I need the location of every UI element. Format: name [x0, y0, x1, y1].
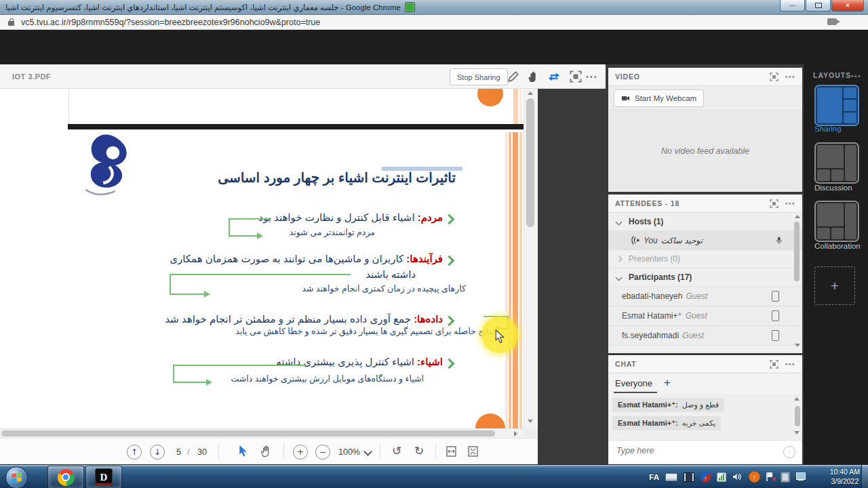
pod-fullscreen-icon[interactable] — [570, 70, 582, 83]
address-bar[interactable]: vc5.tvu.ac.ir/r9p8rnmn559q/?session=bree… — [0, 15, 868, 30]
layout-sharing-thumbnail[interactable] — [814, 85, 859, 126]
attendees-scrollbar[interactable] — [793, 215, 801, 350]
host-row[interactable]: You توحيد ساكت — [608, 231, 802, 250]
show-desktop-button[interactable] — [861, 465, 868, 488]
send-message-icon[interactable]: ↑ — [783, 446, 795, 458]
minimize-button[interactable]: — — [780, 0, 805, 12]
zoom-out-button[interactable]: − — [315, 445, 330, 460]
participants-group-row[interactable]: Participants (17) — [608, 268, 802, 287]
camera-permission-icon[interactable] — [827, 18, 837, 25]
participant-row[interactable]: fs.seyedahmadi Guest — [608, 326, 802, 346]
mobile-device-icon — [772, 310, 779, 321]
media-player-icon[interactable] — [684, 472, 694, 482]
zoom-menu-chevron-icon[interactable] — [363, 447, 372, 456]
scroll-down-icon[interactable] — [795, 344, 800, 347]
new-chat-tab-button[interactable]: + — [664, 376, 671, 390]
chevron-down-icon[interactable] — [616, 218, 623, 225]
hosts-group-row[interactable]: Hosts (1) — [608, 213, 802, 231]
taskbar-chrome-button[interactable] — [47, 466, 84, 488]
layout-collaboration-label[interactable]: Collaboration — [814, 242, 861, 250]
slide-stripe — [513, 89, 518, 124]
scroll-up-icon[interactable] — [795, 215, 800, 218]
active-tab-underline — [614, 392, 657, 393]
zoom-in-button[interactable]: + — [293, 445, 308, 460]
page-separator: / — [187, 447, 189, 457]
pod-fullscreen-icon[interactable] — [770, 73, 778, 81]
close-button[interactable]: ✕ — [831, 0, 864, 12]
update-icon[interactable]: ↑ — [749, 471, 760, 483]
maximize-button[interactable] — [806, 0, 831, 12]
participant-row[interactable]: ebadati-haneyeh Guest — [608, 287, 802, 306]
participant-row[interactable]: Esmat Hatami+⁺ Guest — [608, 306, 802, 326]
presenters-group-row[interactable]: Presenters (0) — [608, 250, 802, 268]
scroll-thumb[interactable] — [795, 406, 800, 426]
scroll-up-icon[interactable] — [528, 92, 533, 95]
chat-input[interactable] — [615, 445, 767, 456]
taskbar-dlink-button[interactable]: D — [85, 466, 122, 488]
sync-icon[interactable] — [548, 70, 560, 83]
draw-icon[interactable] — [507, 70, 519, 83]
start-webcam-button[interactable]: Start My Webcam — [614, 89, 704, 107]
scroll-up-icon[interactable] — [794, 397, 800, 401]
mouse-cursor-icon — [495, 329, 505, 344]
horizontal-scroll-thumb[interactable] — [1, 430, 495, 436]
pan-tool-icon[interactable] — [261, 445, 272, 458]
next-page-button[interactable]: ↓ — [150, 445, 165, 460]
rotate-left-button[interactable]: ↺ — [392, 444, 401, 458]
keyboard-icon[interactable] — [665, 473, 677, 481]
attendees-pod: ATTENDEES - 18 ••• Hosts (1) Yo — [608, 195, 802, 353]
add-layout-button[interactable]: + — [814, 266, 855, 305]
pointer-icon[interactable] — [528, 70, 540, 83]
chevron-right-icon[interactable] — [616, 256, 623, 262]
layouts-menu-icon[interactable]: ••• — [851, 73, 861, 80]
pod-menu-icon[interactable]: ••• — [586, 73, 598, 81]
volume-mixer-icon[interactable] — [717, 472, 726, 482]
language-indicator[interactable]: FA — [649, 473, 659, 481]
scroll-thumb[interactable] — [794, 222, 800, 281]
host-name: توحيد ساكت — [661, 236, 703, 245]
rotate-right-button[interactable]: ↻ — [414, 444, 424, 458]
select-tool-icon[interactable] — [239, 445, 248, 458]
pod-menu-icon[interactable]: ••• — [785, 200, 795, 207]
removable-device-icon[interactable] — [781, 472, 790, 483]
pdf-toolbar: ↑ ↓ 5 / 30 + − 100% ↺ ↻ — [0, 438, 538, 464]
pod-fullscreen-icon[interactable] — [770, 199, 778, 208]
action-center-flag-icon[interactable]: ✕ — [766, 472, 774, 481]
url-text[interactable]: vc5.tvu.ac.ir/r9p8rnmn559q/?session=bree… — [21, 18, 320, 27]
layout-sharing-label[interactable]: Sharing — [814, 125, 842, 133]
university-logo — [79, 132, 140, 200]
pod-menu-icon[interactable]: ••• — [785, 73, 795, 81]
horizontal-scrollbar[interactable] — [0, 428, 524, 438]
scroll-down-icon[interactable] — [794, 431, 800, 434]
fit-width-icon[interactable] — [446, 446, 456, 457]
start-button[interactable] — [5, 466, 28, 488]
scroll-down-icon[interactable] — [528, 420, 533, 423]
stop-sharing-button[interactable]: Stop Sharing — [450, 68, 508, 85]
window-title: جلسه معماري اينترنت اشيا، اكوسيستم اينتر… — [5, 3, 401, 12]
bullet-marker-icon — [444, 214, 455, 225]
chevron-down-icon[interactable] — [616, 274, 623, 281]
speaker-icon[interactable] — [732, 472, 743, 481]
layout-discussion-label[interactable]: Discussion — [814, 184, 852, 192]
taskbar-clock[interactable]: 10:40 AM 3/9/2022 — [830, 465, 860, 488]
scroll-right-icon[interactable] — [514, 431, 517, 436]
zoom-level: 100% — [338, 447, 360, 457]
vertical-scroll-thumb[interactable] — [526, 98, 534, 227]
pod-fullscreen-icon[interactable] — [770, 360, 778, 369]
slide-stripe — [509, 132, 511, 428]
video-pod-header: VIDEO ••• — [608, 68, 802, 86]
network-icon[interactable] — [796, 472, 807, 481]
chat-tab-everyone[interactable]: Everyone — [615, 378, 652, 388]
windows-logo-icon — [12, 472, 22, 483]
vertical-scrollbar[interactable] — [524, 89, 537, 428]
host-microphone-icon — [775, 235, 783, 245]
fit-page-icon[interactable] — [468, 446, 478, 457]
layout-collaboration-thumbnail[interactable] — [814, 201, 859, 242]
slide-orange-circle-bottom — [475, 413, 505, 428]
download-manager-icon[interactable]: ↓ — [701, 472, 711, 482]
pod-menu-icon[interactable]: ••• — [785, 361, 795, 368]
connector-arrow-icon — [206, 379, 212, 386]
attendees-pod-header: ATTENDEES - 18 ••• — [608, 195, 802, 213]
previous-page-button[interactable]: ↑ — [127, 445, 142, 460]
layout-discussion-thumbnail[interactable] — [814, 142, 859, 184]
